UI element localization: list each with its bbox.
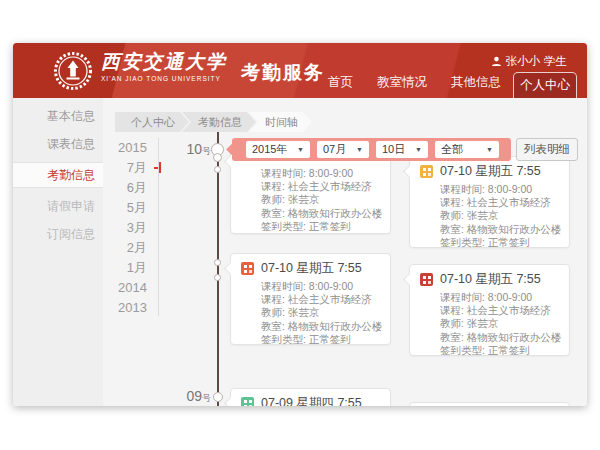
card-field: 课程时间: 8:00-9:00 xyxy=(440,291,561,304)
card-title: 07-10 星期五 7:55 xyxy=(440,163,541,180)
attendance-type-icon xyxy=(420,273,433,286)
card-body: 课程时间: 8:00-9:00课程: 社会主义市场经济教师: 张芸京教室: 格物… xyxy=(231,277,390,352)
nav-item-personal-center[interactable]: 个人中心 xyxy=(513,72,577,98)
timeline-year-2[interactable]: 6月 xyxy=(103,178,153,198)
timeline-year-7[interactable]: 2014 xyxy=(103,278,153,298)
timeline-day-label: 10号 xyxy=(171,141,211,158)
card-field: 课程时间: 8:00-9:00 xyxy=(261,167,382,180)
card-field: 签到类型: 正常签到 xyxy=(440,344,561,357)
type-select[interactable]: 全部▼ xyxy=(435,141,499,158)
card-header: 07-10 星期五 7:55 xyxy=(231,254,390,277)
breadcrumb-item-2[interactable]: 时间轴 xyxy=(249,112,312,132)
day-select[interactable]: 10日▼ xyxy=(376,141,428,158)
card-field: 教师: 张芸京 xyxy=(261,306,382,319)
nav-item-0[interactable]: 首页 xyxy=(328,74,353,91)
card-field: 教师: 张芸京 xyxy=(440,317,561,330)
card-body: 课程时间: 8:00-9:00课程: 社会主义市场经济教师: 张芸京教室: 格物… xyxy=(410,180,569,255)
card-title: 07-10 星期五 7:55 xyxy=(440,271,541,288)
card-field: 课程时间: 8:00-9:00 xyxy=(261,280,382,293)
sidebar-item-1[interactable]: 课表信息 xyxy=(13,134,103,154)
sidebar: 基本信息课表信息考勤信息请假申请订阅信息 xyxy=(13,98,103,406)
card-field: 教室: 格物致知行政办公楼 xyxy=(261,207,382,220)
nav-item-1[interactable]: 教室情况 xyxy=(377,74,427,91)
sidebar-item-2[interactable]: 考勤信息 xyxy=(13,162,103,188)
university-logo xyxy=(53,51,93,91)
page-title: 考勤服务 xyxy=(241,60,325,86)
card-field: 教室: 格物致知行政办公楼 xyxy=(261,320,382,333)
timeline-day-label: 09号 xyxy=(171,388,211,405)
chevron-down-icon: ▼ xyxy=(297,146,304,153)
university-name-cn: 西安交通大学 xyxy=(101,51,227,73)
card-field: 课程: 社会主义市场经济 xyxy=(261,180,382,193)
breadcrumb: 个人中心考勤信息时间轴 xyxy=(115,112,312,132)
timeline-node xyxy=(214,166,221,173)
timeline-year-3[interactable]: 5月 xyxy=(103,198,153,218)
card-field: 教室: 格物致知行政办公楼 xyxy=(440,331,561,344)
card-field: 课程: 社会主义市场经济 xyxy=(440,304,561,317)
filter-banner: 2015年▼07月▼10日▼全部▼ xyxy=(232,138,511,161)
month-select[interactable]: 07月▼ xyxy=(317,141,369,158)
sidebar-item-0[interactable]: 基本信息 xyxy=(13,106,103,126)
timeline-year-6[interactable]: 1月 xyxy=(103,258,153,278)
sidebar-item-4[interactable]: 订阅信息 xyxy=(13,224,103,244)
card-field: 教室: 格物致知行政办公楼 xyxy=(440,223,561,236)
card-field: 课程: 社会主义市场经济 xyxy=(261,293,382,306)
list-detail-button[interactable]: 列表明细 xyxy=(516,138,578,161)
timeline-year-0[interactable]: 2015 xyxy=(103,138,153,158)
main-nav: 首页教室情况其他信息 xyxy=(328,74,501,91)
timeline-node xyxy=(214,274,221,281)
timeline-node xyxy=(214,259,221,266)
year-list-divider xyxy=(158,138,159,316)
chevron-down-icon: ▼ xyxy=(486,146,493,153)
attendance-card: 07-09 星期四 7:55 xyxy=(230,388,391,406)
nav-item-2[interactable]: 其他信息 xyxy=(451,74,501,91)
app-header: 西安交通大学 XI'AN JIAO TONG UNIVERSITY 考勤服务 张… xyxy=(13,43,587,98)
card-field: 课程时间: 8:00-9:00 xyxy=(440,183,561,196)
app-window: 西安交通大学 XI'AN JIAO TONG UNIVERSITY 考勤服务 张… xyxy=(13,43,587,406)
timeline-year-8[interactable]: 2013 xyxy=(103,298,153,318)
card-header: 07-09 星期四 7:55 xyxy=(231,389,390,406)
chevron-down-icon: ▼ xyxy=(356,146,363,153)
attendance-type-icon xyxy=(420,165,433,178)
timeline-year-4[interactable]: 3月 xyxy=(103,218,153,238)
attendance-card: 07-10 星期五 7:55课程时间: 8:00-9:00课程: 社会主义市场经… xyxy=(409,264,570,356)
brand: 西安交通大学 XI'AN JIAO TONG UNIVERSITY 考勤服务 xyxy=(53,51,325,91)
user-info[interactable]: 张小小 学生 xyxy=(491,54,568,69)
university-name-en: XI'AN JIAO TONG UNIVERSITY xyxy=(101,75,227,82)
sidebar-item-3[interactable]: 请假申请 xyxy=(13,196,103,216)
timeline-year-list: 20157月6月5月3月2月1月20142013 xyxy=(103,138,153,318)
card-header: 07-10 星期五 7:55 xyxy=(410,265,569,288)
attendance-type-icon xyxy=(241,262,254,275)
attendance-card: 07-10 星期五 7:55课程时间: 8:00-9:00课程: 社会主义市场经… xyxy=(230,253,391,345)
user-role: 学生 xyxy=(544,54,567,69)
card-body: 课程时间: 8:00-9:00课程: 社会主义市场经济教师: 张芸京教室: 格物… xyxy=(410,288,569,363)
breadcrumb-item-0[interactable]: 个人中心 xyxy=(115,112,189,132)
attendance-card xyxy=(409,402,570,406)
timeline-node xyxy=(213,153,222,162)
attendance-card: 07-10 星期五 7:55课程时间: 8:00-9:00课程: 社会主义市场经… xyxy=(409,156,570,248)
user-name: 张小小 xyxy=(506,54,541,69)
chevron-down-icon: ▼ xyxy=(415,146,422,153)
card-field: 教师: 张芸京 xyxy=(261,193,382,206)
timeline-year-5[interactable]: 2月 xyxy=(103,238,153,258)
year-select[interactable]: 2015年▼ xyxy=(246,141,310,158)
user-icon xyxy=(491,56,502,67)
timeline-node xyxy=(213,392,223,402)
card-title: 07-10 星期五 7:55 xyxy=(261,260,362,277)
screenshot-stage: 西安交通大学 XI'AN JIAO TONG UNIVERSITY 考勤服务 张… xyxy=(0,0,600,450)
attendance-type-icon xyxy=(241,397,254,406)
card-field: 签到类型: 正常签到 xyxy=(440,236,561,249)
card-field: 签到类型: 正常签到 xyxy=(261,333,382,346)
university-name: 西安交通大学 XI'AN JIAO TONG UNIVERSITY xyxy=(101,51,227,82)
timeline-year-1[interactable]: 7月 xyxy=(103,158,153,178)
card-field: 签到类型: 正常签到 xyxy=(261,220,382,233)
card-field: 教师: 张芸京 xyxy=(440,209,561,222)
breadcrumb-item-1[interactable]: 考勤信息 xyxy=(182,112,256,132)
card-field: 课程: 社会主义市场经济 xyxy=(440,196,561,209)
card-title: 07-09 星期四 7:55 xyxy=(261,395,362,406)
